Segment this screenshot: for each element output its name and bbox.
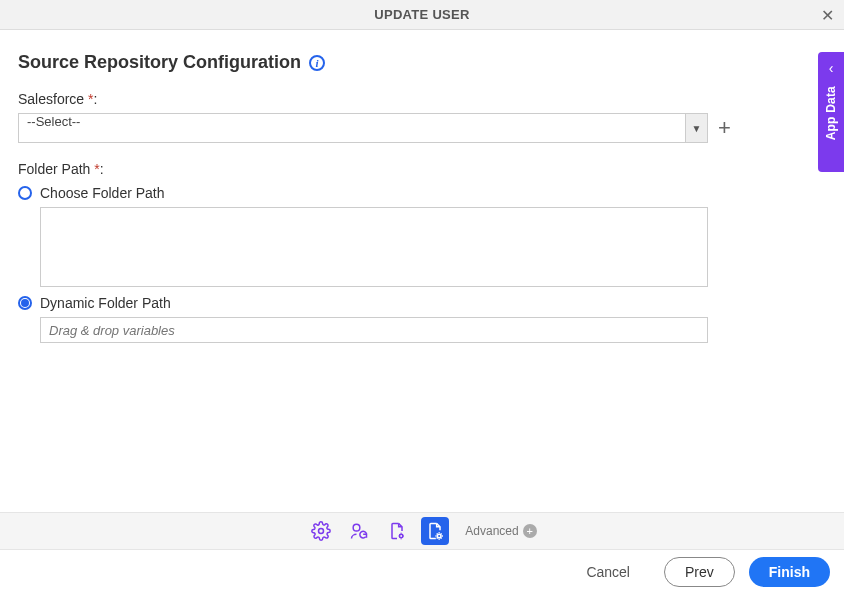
dynamic-folder-path-input[interactable]	[40, 317, 708, 343]
svg-point-1	[353, 524, 360, 531]
salesforce-field: Salesforce *: --Select-- ▼ +	[18, 91, 826, 143]
section-title: Source Repository Configuration i	[18, 52, 325, 73]
folder-path-field: Folder Path *: Choose Folder Path Dynami…	[18, 161, 826, 343]
chevron-left-icon: ‹	[829, 60, 834, 76]
radio-icon	[18, 186, 32, 200]
dialog-header: UPDATE USER ✕	[0, 0, 844, 30]
bottom-toolbar: Advanced +	[0, 512, 844, 550]
section-title-text: Source Repository Configuration	[18, 52, 301, 73]
add-salesforce-button[interactable]: +	[718, 117, 731, 139]
app-data-side-tab[interactable]: ‹ App Data	[818, 52, 844, 172]
file-gear-icon[interactable]	[383, 517, 411, 545]
salesforce-select-value: --Select--	[18, 113, 708, 143]
salesforce-select[interactable]: --Select-- ▼	[18, 113, 708, 143]
dialog-title: UPDATE USER	[374, 7, 470, 22]
advanced-toggle[interactable]: Advanced +	[465, 524, 536, 538]
plus-circle-icon: +	[523, 524, 537, 538]
close-icon[interactable]: ✕	[821, 6, 834, 25]
advanced-label: Advanced	[465, 524, 518, 538]
prev-button[interactable]: Prev	[664, 557, 735, 587]
svg-point-3	[438, 534, 442, 538]
info-icon[interactable]: i	[309, 55, 325, 71]
dynamic-folder-path-radio[interactable]: Dynamic Folder Path	[18, 295, 826, 311]
svg-point-0	[319, 529, 324, 534]
radio-icon	[18, 296, 32, 310]
finish-button[interactable]: Finish	[749, 557, 830, 587]
dialog-footer: Cancel Prev Finish	[0, 550, 844, 594]
gear-icon[interactable]	[307, 517, 335, 545]
choose-folder-path-radio[interactable]: Choose Folder Path	[18, 185, 826, 201]
dropdown-arrow-icon: ▼	[685, 114, 707, 142]
file-gear-active-icon[interactable]	[421, 517, 449, 545]
user-refresh-icon[interactable]	[345, 517, 373, 545]
salesforce-label: Salesforce *:	[18, 91, 826, 107]
side-tab-label: App Data	[824, 86, 838, 140]
choose-folder-path-area[interactable]	[40, 207, 708, 287]
form-content: Source Repository Configuration i Salesf…	[0, 30, 844, 343]
folder-path-label: Folder Path *:	[18, 161, 826, 177]
cancel-button[interactable]: Cancel	[566, 557, 650, 587]
